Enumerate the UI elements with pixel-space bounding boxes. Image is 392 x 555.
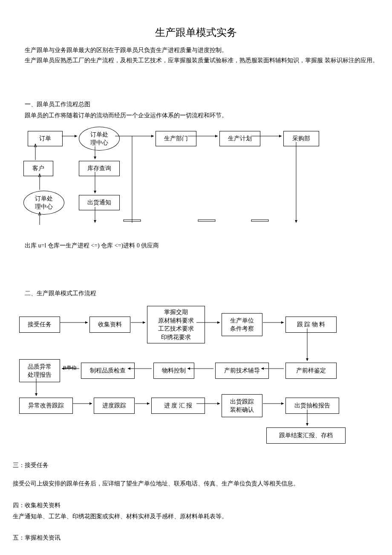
section-4-heading: 四：收集相关资料 [13, 502, 379, 509]
section-1-description: 跟单员的工作将随着订单的流动而经历一个企业运作体系的一切流程和环节。 [13, 111, 379, 120]
section-2-heading: 二、生产跟单模式工作流程 [13, 290, 379, 297]
flowchart-1-caption: 出库 u=l 仓库一生产进程 <=) 仓库 <=)进料 0 供应商 [13, 242, 379, 250]
section-5-heading: 五：掌握相关资讯 [13, 534, 379, 542]
svg-rect-14 [251, 220, 268, 221]
section-3-body: 接受公司上级安排的跟单任务后，应详细了望生产单位地址、联系电话、传真、生产单位负… [13, 479, 379, 488]
section-4-body: 生产通知单、工艺单、印绣花图案或实样、材料实样及手感样、原材料单耗表等。 [13, 512, 379, 521]
flowchart-2-arrows [19, 304, 352, 449]
flowchart-2: 接受任务 收集资料 掌握交期 原材辅料要求 工艺技术要求 印绣花要求 生产单位 … [19, 304, 379, 449]
flowchart-1-arrows [19, 127, 339, 238]
section-3-heading: 三：接受任务 [13, 462, 379, 469]
intro-paragraph-2: 生产跟单员应熟悉工厂的生产流程，及相关工艺技术，应掌握服装质量试验标准，熟悉服装… [13, 56, 379, 65]
section-1-heading: 一、跟单员工作流程总图 [13, 101, 379, 108]
intro-paragraph-1: 生产跟单与业务跟单最大的区别在于跟单员只负责生产进程质量与进度控制。 [13, 46, 379, 55]
flowchart-1: 订单 订单处 理中心 生产部门 生产计划 采购部 客户 库存查询 订单处 理中心… [19, 127, 379, 238]
svg-rect-13 [198, 220, 215, 221]
page-title: 生产跟单模式实务 [13, 26, 379, 39]
